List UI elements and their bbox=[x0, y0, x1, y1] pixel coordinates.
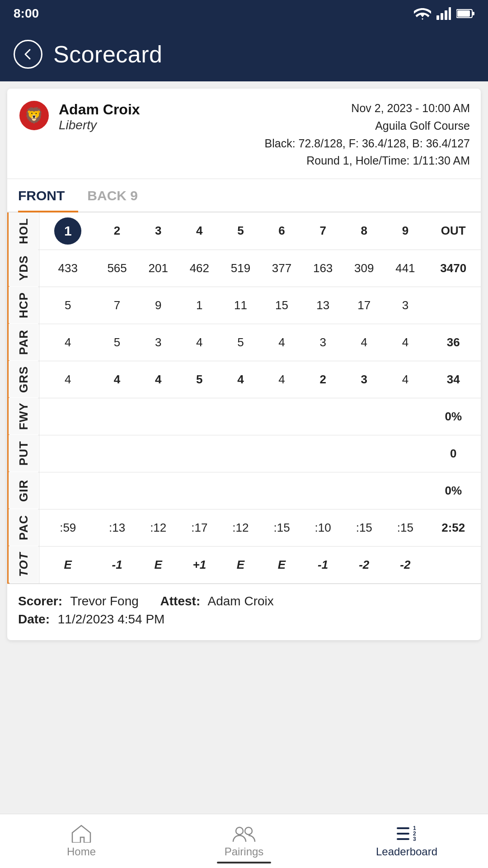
hole-3: 3 bbox=[138, 212, 179, 250]
round-course: Aguila Golf Course bbox=[265, 117, 470, 135]
home-icon bbox=[71, 825, 91, 843]
status-time: 8:00 bbox=[14, 6, 39, 21]
svg-rect-1 bbox=[441, 13, 443, 20]
svg-rect-9 bbox=[397, 827, 409, 829]
round-info: Nov 2, 2023 - 10:00 AM Aguila Golf Cours… bbox=[265, 99, 470, 170]
scorer-label: Scorer: bbox=[18, 594, 62, 608]
hole-5: 5 bbox=[220, 212, 261, 250]
tab-back9[interactable]: BACK 9 bbox=[87, 179, 151, 212]
scorer-name: Trevor Fong bbox=[70, 594, 138, 608]
svg-rect-10 bbox=[397, 833, 409, 835]
row-par: PAR 4 5 3 4 5 4 3 4 4 36 bbox=[9, 324, 481, 361]
status-bar: 8:00 bbox=[0, 0, 488, 27]
date-value: 11/2/2023 4:54 PM bbox=[58, 612, 165, 626]
pairings-icon bbox=[232, 825, 256, 843]
nav-leaderboard-label: Leaderboard bbox=[376, 845, 437, 858]
svg-rect-3 bbox=[449, 7, 451, 20]
row-tot: TOT E -1 E +1 E E -1 -2 -2 bbox=[9, 546, 481, 583]
scorer-line-2: Date: 11/2/2023 4:54 PM bbox=[18, 612, 470, 627]
player-info-section: 🦁 Adam Croix Liberty Nov 2, 2023 - 10:00… bbox=[7, 89, 481, 179]
back-button[interactable] bbox=[14, 40, 42, 69]
row-put: PUT 0 bbox=[9, 435, 481, 472]
row-grs: GRS 4 4 4 5 4 4 2 3 4 34 bbox=[9, 361, 481, 398]
label-tot: TOT bbox=[9, 546, 39, 583]
scorecard-card: 🦁 Adam Croix Liberty Nov 2, 2023 - 10:00… bbox=[7, 89, 481, 640]
svg-point-8 bbox=[245, 827, 252, 835]
attest-label: Attest: bbox=[160, 594, 201, 608]
svg-rect-6 bbox=[472, 12, 474, 15]
lion-icon: 🦁 bbox=[19, 101, 49, 130]
nav-leaderboard[interactable]: 1 2 3 Leaderboard bbox=[325, 814, 488, 868]
svg-point-7 bbox=[236, 827, 243, 835]
hole-1: 1 bbox=[39, 212, 97, 250]
page-title: Scorecard bbox=[53, 41, 163, 68]
bottom-nav: Home Pairings 1 2 3 Leaderboard bbox=[0, 814, 488, 868]
row-fwy: FWY 0% bbox=[9, 398, 481, 435]
label-hol: HOL bbox=[9, 212, 39, 250]
row-hcp: HCP 5 7 9 1 11 15 13 17 3 bbox=[9, 287, 481, 324]
hole-2: 2 bbox=[97, 212, 138, 250]
home-indicator bbox=[217, 862, 271, 863]
scorecard-table-wrapper: HOL 1 2 3 4 5 6 7 8 9 OUT YDS 433 565 20… bbox=[7, 212, 481, 584]
round-ratings: Black: 72.8/128, F: 36.4/128, B: 36.4/12… bbox=[265, 135, 470, 152]
label-gir: GIR bbox=[9, 472, 39, 509]
date-label: Date: bbox=[18, 612, 50, 626]
label-grs: GRS bbox=[9, 361, 39, 398]
label-hcp: HCP bbox=[9, 287, 39, 324]
label-pac: PAC bbox=[9, 509, 39, 546]
svg-rect-5 bbox=[457, 10, 470, 17]
nav-pairings-label: Pairings bbox=[225, 845, 264, 858]
label-par: PAR bbox=[9, 324, 39, 361]
player-name-block: Adam Croix Liberty bbox=[59, 99, 140, 132]
player-team: Liberty bbox=[59, 118, 140, 132]
hole-7: 7 bbox=[302, 212, 343, 250]
scorer-info: Scorer: Trevor Fong Attest: Adam Croix D… bbox=[7, 584, 481, 640]
row-gir: GIR 0% bbox=[9, 472, 481, 509]
nav-pairings[interactable]: Pairings bbox=[163, 814, 325, 868]
row-pac: PAC :59 :13 :12 :17 :12 :15 :10 :15 :15 … bbox=[9, 509, 481, 546]
leaderboard-icon: 1 2 3 bbox=[397, 825, 417, 843]
hole-6: 6 bbox=[261, 212, 302, 250]
hole-4: 4 bbox=[179, 212, 220, 250]
nav-home[interactable]: Home bbox=[0, 814, 163, 868]
battery-icon bbox=[456, 9, 474, 19]
signal-icon bbox=[436, 7, 451, 20]
svg-rect-11 bbox=[397, 838, 409, 840]
svg-rect-2 bbox=[445, 10, 447, 20]
label-put: PUT bbox=[9, 435, 39, 472]
label-yds: YDS bbox=[9, 250, 39, 287]
nav-home-label: Home bbox=[67, 845, 96, 858]
app-header: Scorecard bbox=[0, 27, 488, 81]
svg-text:3: 3 bbox=[413, 836, 416, 842]
attest-name: Adam Croix bbox=[207, 594, 273, 608]
svg-rect-0 bbox=[436, 15, 439, 20]
scorecard-table: HOL 1 2 3 4 5 6 7 8 9 OUT YDS 433 565 20… bbox=[7, 212, 481, 584]
team-logo: 🦁 bbox=[18, 99, 50, 131]
tab-front[interactable]: FRONT bbox=[18, 179, 78, 212]
hole-9: 9 bbox=[385, 212, 426, 250]
label-fwy: FWY bbox=[9, 398, 39, 435]
row-yds: YDS 433 565 201 462 519 377 163 309 441 … bbox=[9, 250, 481, 287]
out-header: OUT bbox=[426, 212, 481, 250]
status-icons bbox=[414, 7, 474, 20]
round-number: Round 1, Hole/Time: 1/11:30 AM bbox=[265, 152, 470, 170]
round-date: Nov 2, 2023 - 10:00 AM bbox=[265, 99, 470, 117]
row-hol: HOL 1 2 3 4 5 6 7 8 9 OUT bbox=[9, 212, 481, 250]
hole-8: 8 bbox=[343, 212, 385, 250]
wifi-icon bbox=[414, 7, 431, 20]
scorer-line-1: Scorer: Trevor Fong Attest: Adam Croix bbox=[18, 594, 470, 609]
player-name: Adam Croix bbox=[59, 101, 140, 118]
tab-bar: FRONT BACK 9 bbox=[7, 179, 481, 212]
